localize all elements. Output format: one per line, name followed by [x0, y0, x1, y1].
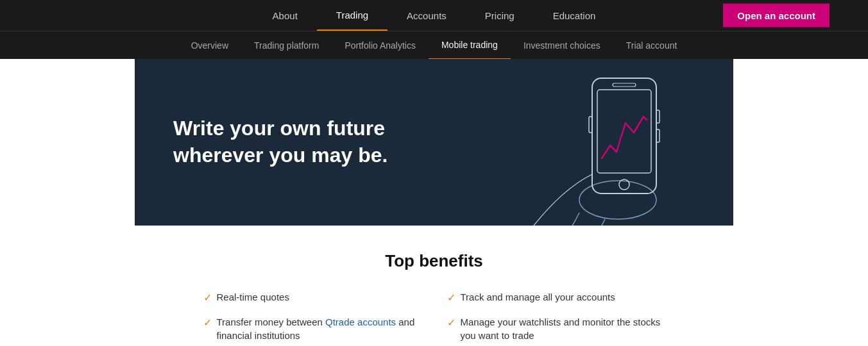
check-icon-4: ✓ — [447, 316, 455, 330]
open-account-button[interactable]: Open an account — [723, 4, 830, 28]
subnav-trading-platform[interactable]: Trading platform — [241, 31, 332, 60]
benefits-grid: ✓ Real-time quotes ✓ Track and manage al… — [178, 290, 691, 342]
benefits-heading: Top benefits — [0, 251, 868, 271]
sub-navigation: Overview Trading platform Portfolio Anal… — [0, 31, 868, 59]
benefit-text-1: Real-time quotes — [217, 290, 289, 304]
top-nav-links: About Trading Accounts Pricing Education — [253, 0, 615, 31]
nav-about[interactable]: About — [253, 0, 317, 31]
svg-rect-7 — [589, 117, 592, 133]
benefit-text-2: Track and manage all your accounts — [461, 290, 615, 304]
svg-rect-4 — [613, 83, 636, 86]
benefit-text-3: Transfer money between Qtrade accounts a… — [217, 315, 421, 342]
benefit-item-3: ✓ Transfer money between Qtrade accounts… — [203, 315, 421, 342]
svg-point-0 — [579, 181, 656, 219]
benefits-section: Top benefits ✓ Real-time quotes ✓ Track … — [0, 226, 868, 346]
hero-headline: Write your own future wherever you may b… — [173, 115, 387, 169]
benefit-text-4: Manage your watchlists and monitor the s… — [461, 315, 665, 342]
hero-banner: Write your own future wherever you may b… — [135, 59, 733, 226]
svg-rect-2 — [597, 90, 651, 173]
nav-education[interactable]: Education — [534, 0, 615, 31]
nav-accounts[interactable]: Accounts — [387, 0, 466, 31]
svg-rect-6 — [656, 129, 660, 142]
phone-illustration-svg — [502, 59, 708, 226]
subnav-mobile-trading[interactable]: Mobile trading — [429, 31, 511, 60]
check-icon-1: ✓ — [203, 291, 212, 305]
check-icon-3: ✓ — [203, 316, 212, 330]
hero-text: Write your own future wherever you may b… — [135, 115, 387, 169]
check-icon-2: ✓ — [447, 291, 455, 305]
benefit-item-1: ✓ Real-time quotes — [203, 290, 421, 305]
sub-nav-links: Overview Trading platform Portfolio Anal… — [178, 31, 690, 60]
hero-illustration — [502, 59, 708, 226]
top-navigation: About Trading Accounts Pricing Education… — [0, 0, 868, 31]
benefit-item-4: ✓ Manage your watchlists and monitor the… — [447, 315, 665, 342]
subnav-investment-choices[interactable]: Investment choices — [511, 31, 613, 60]
qtrade-link[interactable]: Qtrade accounts — [325, 317, 396, 327]
subnav-overview[interactable]: Overview — [178, 31, 241, 60]
svg-rect-1 — [592, 78, 656, 194]
benefit-item-2: ✓ Track and manage all your accounts — [447, 290, 665, 305]
svg-rect-5 — [656, 110, 660, 123]
subnav-portfolio-analytics[interactable]: Portfolio Analytics — [332, 31, 429, 60]
nav-pricing[interactable]: Pricing — [466, 0, 534, 31]
nav-trading[interactable]: Trading — [317, 0, 387, 31]
subnav-trial-account[interactable]: Trial account — [613, 31, 690, 60]
